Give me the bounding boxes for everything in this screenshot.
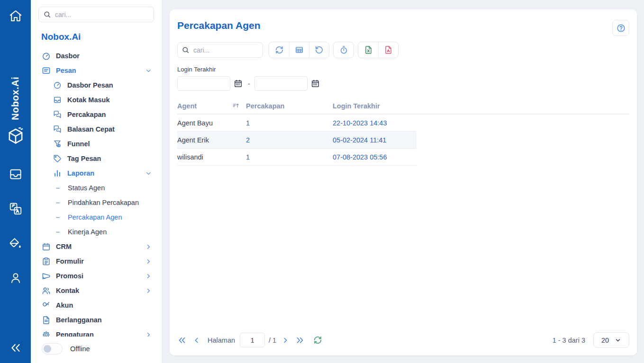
sidebar-item-label: Pengaturan <box>56 330 94 336</box>
sidebar-item-label: Promosi <box>56 272 83 281</box>
dashboard-icon <box>53 81 62 90</box>
table-columns-icon <box>295 45 304 54</box>
agent-name: Agent Erik <box>177 136 246 144</box>
column-header-percakapan[interactable]: Percakapan <box>246 102 333 110</box>
last-login-link[interactable]: 05-02-2024 11:41 <box>333 136 386 144</box>
last-login-link[interactable]: 22-10-2023 14:43 <box>333 119 387 127</box>
calendar-icon[interactable] <box>311 79 320 88</box>
brand-cube-logo[interactable] <box>6 126 26 146</box>
chevron-left-icon <box>192 336 201 345</box>
agent-name: wilisandi <box>177 153 246 161</box>
date-to-input[interactable] <box>254 76 308 91</box>
total-pages: / 1 <box>269 336 276 344</box>
rotate-ccw-icon <box>315 45 324 54</box>
sidebar-search-input[interactable] <box>38 7 154 22</box>
export-pdf-button[interactable] <box>378 42 398 58</box>
reload-table-button[interactable] <box>313 336 322 345</box>
next-page-button[interactable] <box>281 336 290 345</box>
sidebar-item-pesan[interactable]: Pesan <box>31 63 162 78</box>
chevron-down-icon <box>145 170 152 177</box>
sidebar-item-berlangganan[interactable]: Berlangganan <box>31 313 162 328</box>
export-excel-button[interactable] <box>358 42 378 58</box>
sidebar-item-formulir[interactable]: Formulir <box>31 254 162 269</box>
sidebar-item-percakapan-agen[interactable]: – Percakapan Agen <box>31 210 162 225</box>
sidebar-item-label: Tag Pesan <box>67 154 101 163</box>
calendar-icon[interactable] <box>234 79 243 88</box>
offline-toggle[interactable] <box>42 343 63 354</box>
table-row: Agent Bayu 1 22-10-2023 14:43 <box>177 115 417 132</box>
agent-conversations-table: Agent Percakapan Login Terakhir Agent Ba… <box>177 98 629 166</box>
date-range-filter: - <box>177 76 629 91</box>
help-button[interactable] <box>612 20 629 36</box>
collapse-sidebar-icon[interactable] <box>6 338 25 357</box>
date-from-input[interactable] <box>177 76 230 91</box>
home-icon[interactable] <box>6 7 25 26</box>
sidebar-item-label: Dasbor <box>56 52 80 61</box>
sidebar-item-crm[interactable]: CRM <box>31 239 162 254</box>
bar-chart-icon <box>53 169 62 178</box>
sidebar-item-promosi[interactable]: Promosi <box>31 269 162 283</box>
sidebar-item-label: CRM <box>56 242 72 251</box>
sidebar-item-laporan[interactable]: Laporan <box>31 166 162 181</box>
chevron-right-icon <box>145 331 152 336</box>
duration-button[interactable] <box>334 42 354 58</box>
export-group <box>358 42 399 58</box>
user-icon[interactable] <box>6 268 25 287</box>
sidebar-item-label: Formulir <box>56 257 84 266</box>
reset-button[interactable] <box>309 42 329 58</box>
table-search-input[interactable] <box>177 42 263 58</box>
column-settings-button[interactable] <box>289 42 309 58</box>
sidebar-item-label: Status Agen <box>68 184 105 193</box>
sidebar-item-akun[interactable]: Akun <box>31 298 162 313</box>
page-number-input[interactable] <box>240 333 265 347</box>
sidebar-item-kotak-masuk[interactable]: Kotak Masuk <box>31 93 162 107</box>
table-row: wilisandi 1 07-08-2023 05:56 <box>177 149 417 166</box>
chevron-right-icon <box>281 336 290 345</box>
sidebar-item-tag-pesan[interactable]: Tag Pesan <box>31 151 162 166</box>
sidebar-item-label: Dasbor Pesan <box>67 81 113 90</box>
sidebar-item-kinerja-agen[interactable]: – Kinerja Agen <box>31 225 162 239</box>
agent-name: Agent Bayu <box>177 119 246 127</box>
prev-page-button[interactable] <box>192 336 201 345</box>
page-label: Halaman <box>208 336 235 344</box>
page-size-select[interactable]: 20 <box>593 332 629 348</box>
last-page-button[interactable] <box>295 336 305 345</box>
first-page-button[interactable] <box>177 336 187 345</box>
last-login-link[interactable]: 07-08-2023 05:56 <box>333 153 387 161</box>
conversation-count-link[interactable]: 1 <box>246 153 250 161</box>
range-separator: - <box>248 80 250 88</box>
workspace-title: Nobox.Ai <box>41 32 162 42</box>
double-chevron-right-icon <box>295 336 305 345</box>
conversation-count-link[interactable]: 1 <box>246 119 250 127</box>
dashboard-icon <box>42 52 51 61</box>
refresh-icon <box>275 45 284 54</box>
dash-bullet: – <box>56 198 63 207</box>
table-actions-group <box>269 42 329 58</box>
column-header-login-terakhir[interactable]: Login Terakhir <box>333 102 417 110</box>
sidebar-item-kontak[interactable]: Kontak <box>31 283 162 298</box>
dash-bullet: – <box>56 184 63 193</box>
paint-bucket-icon[interactable] <box>6 234 25 253</box>
sidebar-item-pengaturan[interactable]: Pengaturan <box>31 328 162 336</box>
sidebar-item-label: Percakapan <box>67 110 106 119</box>
conversation-count-link[interactable]: 2 <box>246 136 250 144</box>
sidebar-item-funnel[interactable]: Funnel <box>31 137 162 151</box>
sidebar-item-pindahkan-percakapan[interactable]: – Pindahkan Percakapan <box>31 195 162 210</box>
excel-export-icon <box>364 45 373 54</box>
tag-icon <box>53 154 62 163</box>
offline-label: Offline <box>70 345 90 353</box>
sidebar-item-percakapan[interactable]: Percakapan <box>31 107 162 122</box>
sidebar-item-dasbor[interactable]: Dasbor <box>31 49 162 63</box>
table-toolbar <box>177 42 629 58</box>
sidebar-item-balasan-cepat[interactable]: Balasan Cepat <box>31 122 162 137</box>
timer-icon <box>339 45 348 54</box>
sidebar-item-status-agen[interactable]: – Status Agen <box>31 181 162 195</box>
translate-icon[interactable] <box>6 199 25 218</box>
sidebar-nav: Dasbor Pesan Dasbor Pesan Kotak Masuk Pe… <box>31 49 162 336</box>
inbox-icon[interactable] <box>6 165 25 184</box>
refresh-button[interactable] <box>269 42 289 58</box>
column-header-agent[interactable]: Agent <box>177 102 246 110</box>
chevron-down-icon <box>145 67 152 74</box>
sidebar-item-dasbor-pesan[interactable]: Dasbor Pesan <box>31 78 162 93</box>
chat-bubbles-icon <box>53 125 62 134</box>
